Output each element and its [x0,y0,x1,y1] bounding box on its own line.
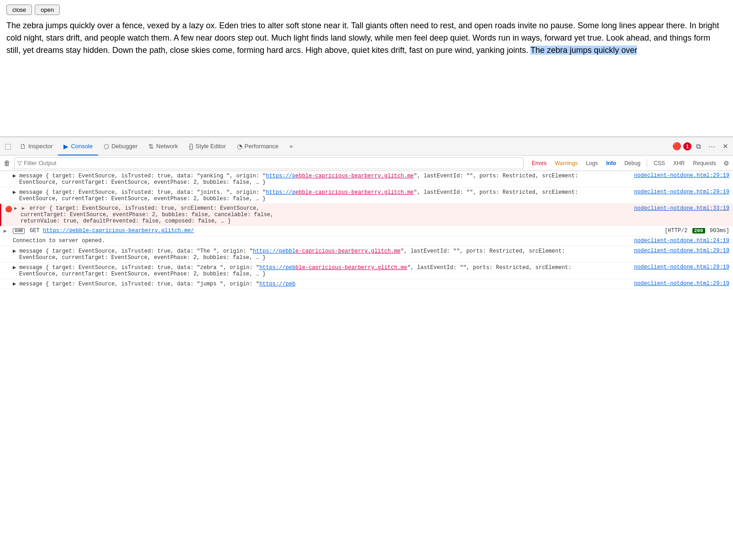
tab-performance-label: Performance [245,143,278,150]
more-icon: » [289,143,293,150]
filter-tab-info[interactable]: Info [603,159,619,167]
tab-performance[interactable]: ◔ Performance [231,138,284,156]
console-row-zebra-content: ▶ message { target: EventSource, isTrust… [13,264,628,277]
error-row-icon: 🔴 [5,206,12,213]
xhr-url[interactable]: https://pebble-capricious-bearberry.glit… [43,228,194,234]
cursor-tool-button[interactable]: ⬚ [2,140,14,152]
console-row-zebra: ▶ message { target: EventSource, isTrust… [0,263,733,279]
console-row-yanking: ▶ message { target: EventSource, isTrust… [0,171,733,187]
filter-tab-css[interactable]: CSS [651,159,668,167]
console-row-the: ▶ message { target: EventSource, isTrust… [0,246,733,263]
console-row-jumps-content: ▶ message { target: EventSource, isTrust… [13,280,628,287]
close-devtools-button[interactable]: ✕ [720,140,731,152]
filter-tabs: Errors Warnings Logs Info Debug CSS XHR … [529,159,729,167]
source-jumps[interactable]: nodeclient-notdone.html:29:19 [628,280,729,287]
gear-icon: ⚙ [723,160,729,167]
tab-network[interactable]: ⇅ Network [143,138,183,156]
source-xhr: [HTTP/2 200 903ms] [659,228,729,234]
console-output: ▶ message { target: EventSource, isTrust… [0,171,733,289]
tab-style-editor-label: Style Editor [195,143,225,150]
devtools-panel: ⬚ 🗋 Inspector ▶ Console ⬡ Debugger ⇅ Net… [0,137,733,289]
filter-tab-debug[interactable]: Debug [622,159,643,167]
style-editor-icon: {} [189,143,193,150]
tab-more[interactable]: » [284,138,298,156]
filter-divider [647,159,647,167]
expand-xhr-arrow[interactable]: ▶ [4,228,7,234]
performance-icon: ◔ [237,143,242,150]
toolbar-tabs: 🗋 Inspector ▶ Console ⬡ Debugger ⇅ Netwo… [14,137,298,155]
source-joints[interactable]: nodeclient-notdone.html:29:19 [628,189,729,195]
button-row: close open [6,5,727,15]
error-count-badge: 1 [683,142,691,150]
filter-funnel-icon: ▽ [17,160,22,166]
console-row-jumps: ▶ message { target: EventSource, isTrust… [0,279,733,289]
network-icon: ⇅ [148,143,154,150]
cursor-icon: ⬚ [5,142,11,150]
page-content: close open The zebra jumps quickly over … [0,0,733,137]
copy-button[interactable]: ⧉ [693,140,704,152]
highlighted-text: The zebra jumps quickly over [530,46,637,55]
open-button[interactable]: open [35,5,60,15]
console-row-error-content: ▶ ▶ error { target: EventSource, isTrust… [14,205,628,224]
tab-debugger-label: Debugger [111,143,137,150]
console-filter-bar: 🗑 ▽ Errors Warnings Logs Info Debug CSS … [0,156,733,171]
source-error[interactable]: nodeclient-notdone.html:33:19 [628,205,729,212]
source-yanking[interactable]: nodeclient-notdone.html:29:19 [628,172,729,179]
ellipsis-icon: ⋯ [708,142,715,150]
console-row-yanking-content: ▶ message { target: EventSource, isTrust… [13,172,628,186]
filter-output-input[interactable] [24,160,520,166]
filter-input-area: ▽ [14,157,524,169]
console-icon: ▶ [63,143,68,150]
filter-settings-button[interactable]: ⚙ [723,159,729,167]
filter-tab-errors[interactable]: Errors [529,159,550,167]
console-row-connection: Connection to server opened. nodeclient-… [0,236,733,246]
debugger-icon: ⬡ [104,143,109,150]
tab-style-editor[interactable]: {} Style Editor [183,138,231,156]
console-row-the-content: ▶ message { target: EventSource, isTrust… [13,248,628,261]
expand-error-arrow2[interactable]: ▶ [22,206,25,211]
more-options-button[interactable]: ⋯ [706,140,718,152]
xhr-badge: XHR [13,228,25,234]
toolbar-right: 🔴 1 ⧉ ⋯ ✕ [672,140,731,152]
filter-tab-warnings[interactable]: Warnings [552,159,581,167]
tab-console-label: Console [71,143,93,150]
trash-icon: 🗑 [4,159,10,167]
console-row-joints: ▶ message { target: EventSource, isTrust… [0,187,733,204]
console-row-xhr-content: XHR GET https://pebble-capricious-bearbe… [13,228,659,234]
source-zebra[interactable]: nodeclient-notdone.html:29:19 [628,264,729,270]
close-button[interactable]: close [6,5,32,15]
clear-console-button[interactable]: 🗑 [4,159,10,167]
tab-inspector-label: Inspector [28,143,52,150]
tab-console[interactable]: ▶ Console [58,138,98,156]
copy-icon: ⧉ [696,142,701,150]
filter-tab-logs[interactable]: Logs [583,159,601,167]
expand-error-arrow[interactable]: ▶ [14,206,17,211]
tab-network-label: Network [156,143,178,150]
console-row-error: 🔴 ▶ ▶ error { target: EventSource, isTru… [0,204,733,226]
tab-inspector[interactable]: 🗋 Inspector [14,138,58,156]
close-icon: ✕ [723,142,728,150]
devtools-toolbar: ⬚ 🗋 Inspector ▶ Console ⬡ Debugger ⇅ Net… [0,137,733,156]
http-status-badge: 200 [692,228,705,233]
inspector-icon: 🗋 [20,143,26,150]
filter-tab-requests[interactable]: Requests [690,159,719,167]
console-row-joints-content: ▶ message { target: EventSource, isTrust… [13,189,628,202]
error-icon: 🔴 [672,142,681,150]
source-connection[interactable]: nodeclient-notdone.html:24:19 [628,238,729,244]
console-row-xhr: ▶ XHR GET https://pebble-capricious-bear… [0,226,733,236]
filter-tab-xhr[interactable]: XHR [670,159,687,167]
main-paragraph: The zebra jumps quickly over a fence, ve… [6,20,727,57]
source-the[interactable]: nodeclient-notdone.html:29:19 [628,248,729,254]
tab-debugger[interactable]: ⬡ Debugger [98,138,143,156]
console-row-connection-content: Connection to server opened. [13,238,628,244]
